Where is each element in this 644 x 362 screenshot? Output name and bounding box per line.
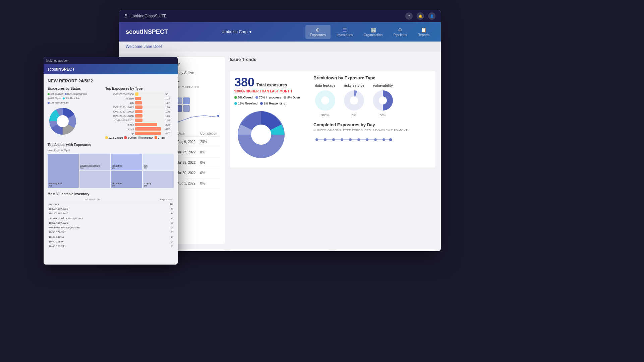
status-legend-item: 5% Resolved — [63, 97, 81, 100]
bar-label: ftp — [105, 132, 134, 135]
org-selector[interactable]: Umbrella Corp ▾ — [222, 29, 251, 34]
assets-treemap: akamaighost7% amazon/cloudfront9% cloudf… — [48, 154, 174, 189]
vuln-host: 185.27.197.7/29 — [48, 207, 137, 211]
bar-value: 126 — [165, 119, 174, 122]
nav-bar: scoutINSPECT Umbrella Corp ▾ ⊕ Exposures… — [119, 22, 441, 42]
svg-point-26 — [341, 138, 343, 141]
breakdown-pie-item: data-leakage 900% — [313, 84, 337, 117]
status-legend-item: 83% In progress — [65, 92, 87, 95]
breakdown-title: Breakdown by Exposure Type — [313, 75, 431, 80]
vuln-row: 10.30.166.2422 — [48, 230, 174, 235]
completion-row: Aug 1, 20220% — [176, 178, 220, 189]
comp-date: Jul 29, 2022 — [176, 157, 199, 168]
bar-legend-item: 0 Critical — [124, 136, 136, 139]
treemap-cell-cloudflare: cloudflare4% — [111, 154, 142, 170]
vuln-count: 2 — [137, 230, 174, 235]
vuln-count: 4 — [137, 216, 174, 221]
vuln-host: 10.40.119.17 — [48, 235, 137, 239]
notification-icon[interactable]: 🔔 — [417, 12, 424, 20]
bar-fill — [135, 114, 142, 118]
comp-header-completion: Completion — [199, 131, 220, 137]
bar-label: named — [105, 97, 134, 100]
pie-svg-1 — [342, 89, 366, 112]
nav-item-organization-label: Organization — [364, 33, 383, 37]
nav-item-inventories[interactable]: ☰ Inventories — [332, 25, 358, 39]
bar-value: 385 — [165, 123, 174, 126]
svg-point-32 — [389, 138, 392, 141]
svg-point-34 — [57, 115, 69, 127]
product-logo: scoutINSPECT — [126, 28, 168, 35]
nav-item-reports[interactable]: 📋 Reports — [413, 25, 434, 39]
top-exposures-chart: Top Exposures by Type CVE-2020-28500 56 … — [105, 87, 174, 139]
svg-point-28 — [357, 138, 360, 141]
completion-row: Aug 9, 202228% — [176, 137, 220, 147]
bar-track — [135, 97, 164, 100]
vuln-row: 10.40.128.942 — [48, 239, 174, 244]
legend-label: 5% Closed — [238, 96, 253, 99]
nav-item-exposures[interactable]: ⊕ Exposures — [305, 25, 331, 39]
bar-row: CVE-2020-13022 126 — [105, 110, 174, 113]
bar-value: 117 — [165, 101, 174, 104]
bar-label: ssh — [105, 101, 134, 104]
bar-row: CVE-2020-28500 56 — [105, 92, 174, 96]
nav-item-pipelines[interactable]: ⚙ Pipelines — [389, 25, 412, 39]
bar-fill — [135, 105, 142, 109]
bar-track — [135, 127, 164, 131]
pie-label: data-leakage — [315, 84, 336, 87]
bar-fill — [135, 97, 141, 100]
completion-table: Date Completion Aug 9, 202228%Jul 27, 20… — [176, 131, 220, 189]
bar-row: named 102 — [105, 97, 174, 100]
treemap-cell-cloudfront: amazon/cloudfront9% — [79, 154, 111, 170]
comp-completion: 28% — [199, 137, 220, 147]
legend-item: 1% Responding — [260, 102, 285, 105]
top-bar: ⠿ LookingGlassSUITE ? 🔔 👤 — [119, 10, 441, 22]
small-two-col: Exposures by Status 4% Closed83% In prog… — [48, 87, 174, 139]
treemap-cell-nafi: nafi2% — [143, 154, 174, 170]
status-legend: 4% Closed83% In progress6% Open5% Resolv… — [48, 92, 101, 104]
vuln-host: aap.com — [48, 202, 137, 207]
bar-row: CVE-2020-13023 126 — [105, 105, 174, 109]
exposure-higher: 9300% HIGHER THAN LAST MONTH — [234, 89, 308, 93]
nav-item-organization[interactable]: 🏢 Organization — [359, 25, 388, 39]
bar-row: ssh 117 — [105, 101, 174, 104]
bar-fill — [135, 92, 138, 96]
breakdown-pie-row: data-leakage 900% risky-service 5% vulne… — [313, 84, 431, 117]
vuln-count: 16 — [137, 202, 174, 207]
status-legend-item: 1% Responding — [48, 101, 69, 104]
issue-trends-title: Issue Trends — [230, 57, 435, 62]
vuln-host: premium.dallascowboys.com — [48, 216, 137, 221]
svg-point-19 — [350, 96, 358, 104]
bar-legend-item: 0 High — [155, 136, 165, 139]
bar-label: shell — [105, 123, 134, 126]
vuln-host: 10.30.166.242 — [48, 230, 137, 235]
legend-item: 15% Resolved — [234, 102, 257, 105]
help-icon[interactable]: ? — [405, 12, 413, 20]
comp-date: Aug 9, 2022 — [176, 137, 199, 147]
comp-date: Jul 27, 2022 — [176, 147, 199, 157]
bar-value: 447 — [165, 128, 174, 131]
vuln-row: 185.27.197.7/313 — [48, 221, 174, 225]
user-avatar-icon[interactable]: 👤 — [428, 12, 435, 20]
exposure-total-label: Total exposures — [256, 83, 287, 87]
pie-label: vulnerability — [373, 84, 393, 87]
bar-fill — [135, 101, 142, 104]
bar-value: 102 — [165, 97, 174, 100]
comp-header-date: Date — [176, 131, 199, 137]
vuln-section: Most Vulnerable Inventory Infrastructure… — [48, 192, 174, 249]
svg-point-25 — [332, 138, 335, 141]
bar-row: mssql 447 — [105, 127, 174, 131]
vuln-count: 2 — [137, 244, 174, 249]
vuln-row: premium.dallascowboys.com4 — [48, 216, 174, 221]
treemap-cell-blank — [79, 171, 111, 188]
threats-card: Top Exposure Threats 50 Medium2 High1 Cr… — [230, 249, 330, 251]
top-bar-right: ? 🔔 👤 — [405, 12, 435, 20]
completed-sub: NUMBER OF COMPLETED EXPOSURES IS DOWN 0%… — [313, 129, 431, 132]
bar-legend-item: 0 Unknown — [138, 136, 153, 139]
svg-point-11 — [197, 116, 199, 117]
bar-label: mssql — [105, 128, 134, 131]
vuln-row: 185.27.197.7/299 — [48, 207, 174, 211]
vuln-col-host: Infrastructure — [48, 197, 137, 202]
org-name: Umbrella Corp — [222, 29, 247, 34]
bar-fill — [135, 132, 161, 135]
bar-row: CVE-2019-13058 126 — [105, 114, 174, 118]
